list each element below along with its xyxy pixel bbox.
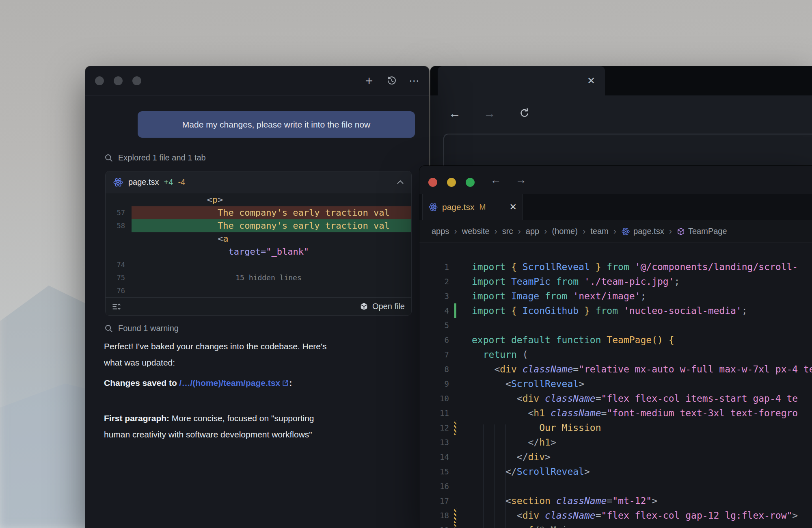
- code-line: 3import Image from 'next/image';: [419, 289, 812, 303]
- assistant-paragraph: Perfect! I've baked your changes into th…: [104, 338, 412, 371]
- line-number: 6: [419, 333, 449, 347]
- react-icon: [113, 177, 123, 188]
- code-line: 8 <div className="relative mx-auto w-ful…: [419, 362, 812, 377]
- code-text: import Image from 'next/image';: [449, 289, 812, 303]
- window-close-button[interactable]: [428, 178, 437, 187]
- breadcrumb-item-team[interactable]: team: [590, 227, 608, 236]
- diff-row: 74: [106, 258, 411, 271]
- editor-back-icon[interactable]: ←: [488, 172, 504, 188]
- external-link-icon[interactable]: [282, 376, 289, 392]
- code-text: </div>: [449, 450, 812, 464]
- window-minimize-button[interactable]: [114, 76, 123, 85]
- breadcrumb-separator: ›: [454, 226, 457, 237]
- breadcrumb-item-pagetsx[interactable]: page.tsx: [621, 227, 664, 236]
- breadcrumb-item-app[interactable]: app: [526, 227, 539, 236]
- breadcrumb-item-apps[interactable]: apps: [432, 227, 449, 236]
- code-line: 18 <div className="flex flex-col gap-12 …: [419, 508, 812, 523]
- code-line: 11 <h1 className="font-medium text-3xl t…: [419, 406, 812, 420]
- code-line: 7 return (: [419, 347, 812, 362]
- browser-back-icon[interactable]: ←: [447, 105, 463, 121]
- open-file-button[interactable]: Open file: [360, 302, 405, 311]
- breadcrumb-separator: ›: [669, 226, 672, 237]
- git-modified-marker: [454, 508, 456, 523]
- browser-tab-close-icon[interactable]: ✕: [584, 66, 598, 95]
- diff-card: page.tsx +4 -4 <p>57 The company's early…: [105, 171, 412, 316]
- code-line: 10 <div className="flex flex-col items-s…: [419, 391, 812, 406]
- code-text: <div className="flex flex-col gap-12 lg:…: [449, 508, 812, 523]
- history-icon[interactable]: [384, 74, 399, 88]
- hidden-lines-divider: 15 hidden lines: [132, 271, 411, 284]
- breadcrumb-separator: ›: [544, 226, 547, 237]
- code-line: 19 {/* Main: [419, 523, 812, 528]
- editor-tab-pagetsx[interactable]: page.tsx M ✕: [422, 194, 523, 220]
- breadcrumb-item-teampage[interactable]: TeamPage: [677, 227, 727, 236]
- code-line: 13 </h1>: [419, 435, 812, 450]
- browser-tab[interactable]: ✕: [438, 66, 605, 95]
- window-zoom-button[interactable]: [132, 76, 141, 85]
- saved-to-label: Changes saved to: [104, 378, 179, 387]
- code-text: <div className="flex flex-col items-star…: [449, 391, 812, 406]
- window-zoom-button[interactable]: [466, 178, 475, 187]
- saved-file-link[interactable]: /…/(home)/team/page.tsx: [179, 378, 281, 387]
- diff-code: <p>: [132, 193, 411, 206]
- code-line: 15 </ScrollReveal>: [419, 464, 812, 479]
- diff-line-number: 76: [106, 284, 132, 297]
- code-text: import TeamPic from './team-pic.jpg';: [449, 274, 812, 289]
- code-text: <section className="mt-12">: [449, 493, 812, 508]
- line-number: 17: [419, 493, 449, 508]
- diff-card-header[interactable]: page.tsx +4 -4: [106, 171, 411, 193]
- diff-row: 57 The company's early traction val: [106, 206, 411, 219]
- breadcrumb-label: (home): [552, 227, 578, 236]
- code-line: 9 <ScrollReveal>: [419, 377, 812, 391]
- code-text: </h1>: [449, 435, 812, 450]
- user-message-text: Made my changes, please write it into th…: [182, 120, 370, 130]
- new-thread-icon[interactable]: +: [362, 74, 376, 88]
- diff-row: 7515 hidden lines: [106, 271, 411, 284]
- code-line: 5: [419, 318, 812, 333]
- chevron-up-icon[interactable]: [397, 180, 404, 184]
- diff-additions: +4: [164, 177, 173, 187]
- line-number: 9: [419, 377, 449, 391]
- code-text: return (: [449, 347, 812, 362]
- diff-row: 58 The company's early traction val: [106, 219, 411, 232]
- diff-line-number: [106, 245, 132, 258]
- tab-close-icon[interactable]: ✕: [510, 202, 517, 212]
- status-warning[interactable]: Found 1 warning: [104, 324, 179, 333]
- breadcrumb-item-home[interactable]: (home): [552, 227, 578, 236]
- code-line: 2import TeamPic from './team-pic.jpg';: [419, 274, 812, 289]
- unfold-lines-icon[interactable]: [112, 302, 121, 311]
- line-number: 13: [419, 435, 449, 450]
- breadcrumb-separator: ›: [583, 226, 585, 237]
- code-text: export default function TeamPage() {: [449, 333, 812, 347]
- more-options-icon[interactable]: ⋯: [407, 74, 422, 88]
- line-number: 4: [419, 303, 449, 318]
- react-icon: [428, 202, 438, 212]
- editor-titlebar[interactable]: ← →: [419, 166, 812, 194]
- diff-row: <a: [106, 232, 411, 245]
- code-line: 17 <section className="mt-12">: [419, 493, 812, 508]
- browser-reload-icon[interactable]: [516, 105, 533, 121]
- line-number: 14: [419, 450, 449, 464]
- window-close-button[interactable]: [95, 76, 104, 85]
- diff-code: [132, 284, 411, 297]
- cube-icon: [677, 227, 685, 236]
- diff-line-number: 74: [106, 258, 132, 271]
- browser-nav: ← →: [447, 105, 533, 121]
- code-line: 12 Our Mission: [419, 420, 812, 435]
- diff-code: The company's early traction val: [132, 219, 411, 232]
- line-number: 15: [419, 464, 449, 479]
- browser-forward-icon[interactable]: →: [482, 105, 498, 121]
- breadcrumb-item-src[interactable]: src: [502, 227, 513, 236]
- git-modified-marker: [454, 523, 456, 528]
- git-added-marker: [454, 303, 456, 318]
- breadcrumb-separator: ›: [495, 226, 497, 237]
- breadcrumb-item-website[interactable]: website: [462, 227, 490, 236]
- editor-code-area[interactable]: 1import { ScrollReveal } from '@/compone…: [419, 243, 812, 528]
- code-text: Our Mission: [449, 420, 812, 435]
- chat-titlebar[interactable]: + ⋯: [85, 66, 429, 95]
- code-text: [449, 479, 812, 493]
- window-minimize-button[interactable]: [447, 178, 456, 187]
- status-explored[interactable]: Explored 1 file and 1 tab: [104, 153, 206, 162]
- editor-forward-icon[interactable]: →: [513, 172, 529, 188]
- breadcrumb-label: src: [502, 227, 513, 236]
